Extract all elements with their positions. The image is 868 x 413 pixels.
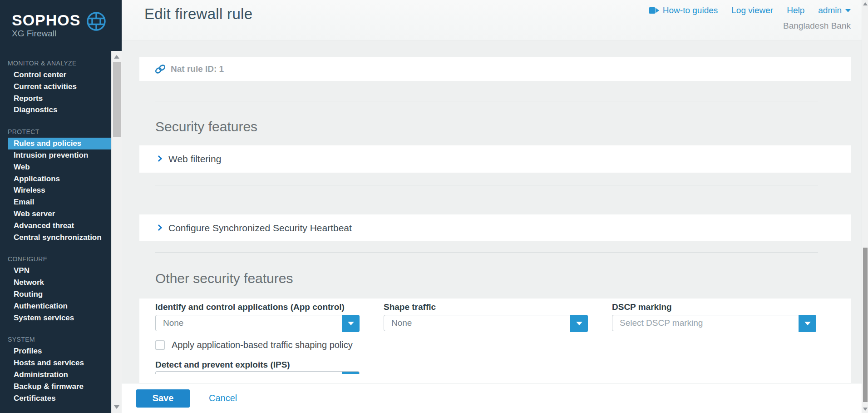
sidebar-item-rules-and-policies[interactable]: Rules and policies: [8, 138, 111, 149]
shape-traffic-select[interactable]: None: [384, 315, 588, 331]
log-viewer-link[interactable]: Log viewer: [731, 5, 773, 15]
sidebar-item-routing[interactable]: Routing: [8, 289, 111, 300]
sidebar-section-label: MONITOR & ANALYZE: [0, 57, 111, 69]
sidebar: MONITOR & ANALYZEControl centerCurrent a…: [0, 0, 111, 413]
sidebar-item-web[interactable]: Web: [8, 161, 111, 173]
sidebar-section-label: PROTECT: [0, 126, 111, 138]
app-control-field: Identify and control applications (App c…: [155, 302, 360, 331]
help-link[interactable]: Help: [787, 5, 804, 15]
scroll-down-icon[interactable]: [863, 408, 868, 411]
sidebar-item-reports[interactable]: Reports: [8, 93, 111, 104]
sidebar-item-intrusion-prevention[interactable]: Intrusion prevention: [8, 149, 111, 161]
scroll-up-icon[interactable]: [863, 2, 868, 5]
sidebar-item-advanced-threat[interactable]: Advanced threat: [8, 220, 111, 232]
divider: [155, 101, 818, 101]
sidebar-section: MONITOR & ANALYZEControl centerCurrent a…: [0, 57, 111, 116]
sidebar-item-profiles[interactable]: Profiles: [8, 345, 111, 357]
nat-rule-card: Nat rule ID: 1: [139, 57, 851, 81]
sidebar-item-vpn[interactable]: VPN: [8, 265, 111, 277]
brand-name: SOPHOS: [12, 12, 80, 28]
scroll-up-icon[interactable]: [114, 55, 119, 59]
how-to-guides-link[interactable]: How-to guides: [649, 5, 718, 15]
chevron-down-icon: [576, 322, 582, 325]
sidebar-item-administration[interactable]: Administration: [8, 369, 111, 381]
action-footer: Save Cancel: [122, 383, 862, 413]
main-scrollbar[interactable]: [862, 0, 868, 413]
chevron-right-icon: [156, 155, 162, 162]
sidebar-item-network[interactable]: Network: [8, 277, 111, 289]
sidebar-item-wireless[interactable]: Wireless: [8, 184, 111, 196]
traffic-shaping-checkbox-row: Apply application-based traffic shaping …: [155, 340, 851, 350]
traffic-shaping-checkbox[interactable]: [155, 340, 165, 350]
sidebar-item-system-services[interactable]: System services: [8, 312, 111, 324]
dropdown-button[interactable]: [342, 315, 360, 332]
admin-menu[interactable]: admin: [818, 5, 851, 15]
chevron-down-icon: [845, 9, 851, 12]
dscp-marking-label: DSCP marking: [612, 302, 816, 315]
traffic-shaping-checkbox-label: Apply application-based traffic shaping …: [172, 340, 353, 350]
sidebar-item-certificates[interactable]: Certificates: [8, 393, 111, 404]
page-title: Edit firewall rule: [144, 5, 252, 23]
sidebar-scrollbar[interactable]: [111, 51, 122, 413]
video-camera-icon: [649, 7, 659, 14]
sidebar-scrollbar-thumb[interactable]: [113, 62, 121, 137]
sidebar-item-hosts-and-services[interactable]: Hosts and services: [8, 357, 111, 369]
cancel-button[interactable]: Cancel: [209, 393, 237, 403]
sidebar-item-authentication[interactable]: Authentication: [8, 300, 111, 312]
chain-link-icon: [154, 64, 166, 75]
header-links: How-to guides Log viewer Help admin: [649, 5, 851, 15]
sidebar-item-applications[interactable]: Applications: [8, 173, 111, 185]
security-heartbeat-expander[interactable]: Configure Synchronized Security Heartbea…: [139, 214, 851, 241]
tenant-name: Bangladesh Bank: [783, 21, 851, 31]
sidebar-section-label: SYSTEM: [0, 333, 111, 345]
app-control-label: Identify and control applications (App c…: [155, 302, 360, 315]
web-filtering-expander[interactable]: Web filtering: [139, 145, 851, 173]
dropdown-button[interactable]: [570, 315, 588, 332]
other-security-features-heading: Other security features: [155, 271, 293, 286]
dscp-marking-select[interactable]: Select DSCP marking: [612, 315, 816, 331]
sidebar-item-web-server[interactable]: Web server: [8, 208, 111, 220]
divider: [155, 185, 818, 185]
main-area: Edit firewall rule How-to guides Log vie…: [122, 0, 868, 413]
brand-product: XG Firewall: [12, 28, 80, 39]
sidebar-item-backup-firmware[interactable]: Backup & firmware: [8, 381, 111, 393]
sidebar-section: SYSTEMProfilesHosts and servicesAdminist…: [0, 333, 111, 404]
chevron-right-icon: [156, 224, 162, 230]
sidebar-item-control-center[interactable]: Control center: [8, 69, 111, 81]
sidebar-item-current-activities[interactable]: Current activities: [8, 81, 111, 93]
chevron-down-icon: [804, 322, 811, 325]
security-features-heading: Security features: [155, 119, 257, 134]
sidebar-section: CONFIGUREVPNNetworkRoutingAuthentication…: [0, 253, 111, 323]
dropdown-button[interactable]: [799, 315, 816, 332]
content-area: Nat rule ID: 1 Security features Web fil…: [122, 40, 862, 383]
ips-select[interactable]: [155, 371, 360, 374]
dscp-marking-field: DSCP marking Select DSCP marking: [612, 302, 816, 331]
ips-field-label: Detect and prevent exploits (IPS): [155, 360, 851, 371]
app-control-select[interactable]: None: [155, 315, 360, 331]
sidebar-item-diagnostics[interactable]: Diagnostics: [8, 104, 111, 116]
other-security-form: Identify and control applications (App c…: [139, 299, 851, 383]
shape-traffic-label: Shape traffic: [384, 302, 588, 315]
sidebar-item-central-synchronization[interactable]: Central synchronization: [8, 232, 111, 244]
scroll-down-icon[interactable]: [114, 405, 119, 409]
sidebar-nav: MONITOR & ANALYZEControl centerCurrent a…: [0, 51, 111, 413]
dropdown-button: [342, 371, 360, 374]
shape-traffic-field: Shape traffic None: [384, 302, 588, 331]
firewall-globe-icon: [86, 11, 107, 34]
nat-rule-id-label: Nat rule ID: 1: [171, 64, 224, 74]
chevron-down-icon: [348, 322, 354, 325]
sidebar-item-email[interactable]: Email: [8, 196, 111, 208]
page-header: Edit firewall rule How-to guides Log vie…: [122, 0, 862, 40]
brand-logo: SOPHOS XG Firewall: [0, 0, 122, 51]
main-scrollbar-thumb[interactable]: [863, 248, 868, 402]
save-button[interactable]: Save: [136, 389, 190, 408]
sidebar-section: PROTECTRules and policiesIntrusion preve…: [0, 126, 111, 243]
divider: [155, 252, 818, 253]
sidebar-section-label: CONFIGURE: [0, 253, 111, 265]
